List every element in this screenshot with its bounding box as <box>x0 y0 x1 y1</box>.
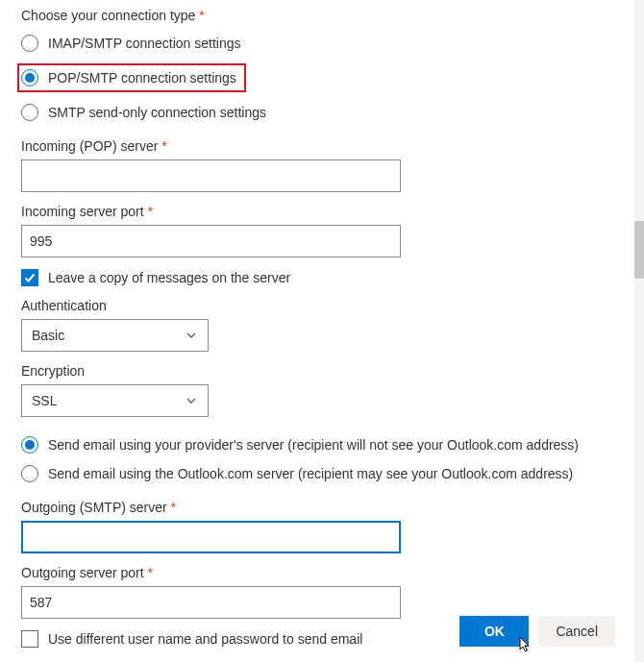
settings-panel: Choose your connection type * IMAP/SMTP … <box>0 0 644 648</box>
incoming-port-input[interactable] <box>21 225 401 257</box>
highlight-box: POP/SMTP connection settings <box>17 63 246 92</box>
radio-icon <box>21 69 38 86</box>
radio-icon <box>21 104 38 121</box>
button-label: OK <box>484 624 505 639</box>
radio-label: IMAP/SMTP connection settings <box>48 36 241 51</box>
radio-label: Send email using the Outlook.com server … <box>48 466 573 481</box>
label-text: Incoming server port <box>21 204 144 219</box>
radio-send-provider[interactable]: Send email using your provider's server … <box>21 430 623 459</box>
incoming-port-label: Incoming server port * <box>21 204 623 219</box>
outgoing-server-input[interactable] <box>21 521 401 553</box>
chevron-down-icon <box>185 394 198 407</box>
incoming-server-input[interactable] <box>21 159 401 192</box>
select-value: Basic <box>32 328 64 343</box>
radio-icon <box>21 436 38 454</box>
checkbox-label: Leave a copy of messages on the server <box>48 270 290 285</box>
radio-label: POP/SMTP connection settings <box>48 70 236 86</box>
ok-button[interactable]: OK <box>459 616 529 647</box>
cancel-button[interactable]: Cancel <box>538 616 615 647</box>
outgoing-port-input[interactable] <box>21 586 401 619</box>
label-text: Incoming (POP) server <box>21 138 158 154</box>
radio-icon <box>21 35 38 52</box>
outgoing-server-label: Outgoing (SMTP) server * <box>21 500 623 515</box>
radio-pop-smtp[interactable]: POP/SMTP connection settings <box>21 58 623 98</box>
checkbox-label: Use different user name and password to … <box>48 631 362 647</box>
checkbox-icon <box>21 630 38 648</box>
dialog-buttons: OK Cancel <box>459 616 615 647</box>
scrollbar-thumb[interactable] <box>634 221 644 279</box>
radio-icon <box>21 465 38 482</box>
radio-imap-smtp[interactable]: IMAP/SMTP connection settings <box>21 29 623 58</box>
encryption-label: Encryption <box>21 363 623 379</box>
vertical-scrollbar[interactable] <box>634 0 644 662</box>
button-label: Cancel <box>556 624 598 639</box>
required-asterisk: * <box>171 500 176 515</box>
required-asterisk: * <box>161 138 166 154</box>
required-asterisk: * <box>148 565 153 580</box>
radio-smtp-only[interactable]: SMTP send-only connection settings <box>21 98 623 127</box>
select-value: SSL <box>32 393 57 408</box>
authentication-label: Authentication <box>21 298 623 313</box>
label-text: Outgoing server port <box>21 565 144 580</box>
label-text: Outgoing (SMTP) server <box>21 500 167 515</box>
required-asterisk: * <box>148 204 153 219</box>
cursor-icon <box>517 635 534 654</box>
authentication-select[interactable]: Basic <box>21 319 209 352</box>
leave-copy-checkbox[interactable]: Leave a copy of messages on the server <box>21 269 623 286</box>
chevron-down-icon <box>185 329 198 342</box>
encryption-select[interactable]: SSL <box>21 384 209 417</box>
checkbox-icon <box>21 269 38 286</box>
radio-label: Send email using your provider's server … <box>48 437 579 453</box>
label-text: Choose your connection type <box>21 8 195 23</box>
required-asterisk: * <box>199 8 204 23</box>
connection-type-label: Choose your connection type * <box>21 8 623 23</box>
radio-send-outlook[interactable]: Send email using the Outlook.com server … <box>21 459 623 488</box>
incoming-server-label: Incoming (POP) server * <box>21 138 623 154</box>
outgoing-port-label: Outgoing server port * <box>21 565 623 580</box>
radio-label: SMTP send-only connection settings <box>48 105 266 120</box>
